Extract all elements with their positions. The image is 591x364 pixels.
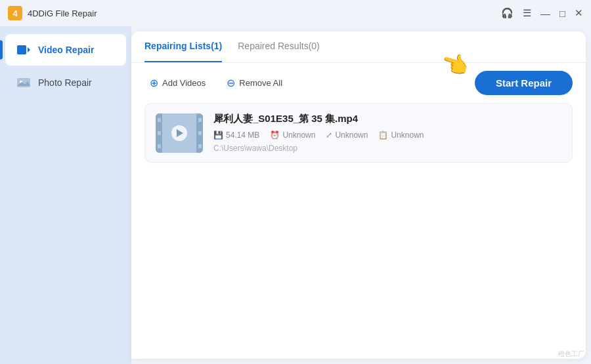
svg-marker-3 <box>28 47 30 52</box>
file-duration-meta: ⏰ Unknown <box>270 131 315 140</box>
tabs: Repairing Lists(1) Repaired Results(0) <box>131 31 586 63</box>
start-repair-button[interactable]: Start Repair <box>475 71 573 95</box>
sidebar-item-video-repair-label: Video Repair <box>38 45 94 55</box>
sidebar-item-photo-repair[interactable]: Photo Repair <box>5 67 126 98</box>
file-thumbnail <box>156 113 203 153</box>
play-triangle <box>177 129 183 137</box>
sidebar-item-photo-repair-label: Photo Repair <box>38 77 92 88</box>
svg-rect-2 <box>17 45 26 54</box>
svg-text:4: 4 <box>12 9 18 18</box>
format-icon: 📋 <box>378 131 388 140</box>
clock-icon: ⏰ <box>270 131 280 140</box>
app-body: Video Repair Photo Repair Repairing List… <box>0 26 591 364</box>
menu-icon[interactable]: ☰ <box>523 7 531 19</box>
title-bar: 4 4DDiG File Repair 🎧 ☰ — □ ✕ <box>0 0 591 26</box>
close-icon[interactable]: ✕ <box>575 7 583 19</box>
watermark: 橙色工厂 <box>558 350 584 359</box>
tab-repaired-results[interactable]: Repaired Results(0) <box>238 31 320 62</box>
size-icon: 💾 <box>213 131 223 140</box>
filmstrip-left <box>156 113 162 153</box>
file-format-meta: 📋 Unknown <box>378 131 424 140</box>
add-icon: ⊕ <box>150 77 158 89</box>
toolbar: ⊕ Add Videos ⊖ Remove All 👉 Start Repair <box>131 63 586 103</box>
maximize-icon[interactable]: □ <box>559 8 565 19</box>
video-repair-icon <box>16 42 32 58</box>
play-icon <box>171 125 187 141</box>
file-item: 犀利人妻_S01E35_第 35 集.mp4 💾 54.14 MB ⏰ Unkn… <box>144 103 573 163</box>
content-area: Repairing Lists(1) Repaired Results(0) ⊕… <box>131 31 586 359</box>
tab-repairing-lists[interactable]: Repairing Lists(1) <box>144 31 222 62</box>
file-list: 犀利人妻_S01E35_第 35 集.mp4 💾 54.14 MB ⏰ Unkn… <box>131 103 586 359</box>
app-title: 4DDiG File Repair <box>28 9 97 18</box>
file-meta: 💾 54.14 MB ⏰ Unknown ⤢ Unknown 📋 <box>213 131 561 140</box>
remove-icon: ⊖ <box>227 77 235 89</box>
photo-repair-icon <box>16 75 32 91</box>
file-name: 犀利人妻_S01E35_第 35 集.mp4 <box>213 113 561 125</box>
sidebar: Video Repair Photo Repair <box>0 26 131 364</box>
file-info: 犀利人妻_S01E35_第 35 集.mp4 💾 54.14 MB ⏰ Unkn… <box>213 113 561 153</box>
headphone-icon[interactable]: 🎧 <box>501 7 514 19</box>
start-repair-wrapper: 👉 Start Repair <box>475 71 573 95</box>
filmstrip-right <box>196 113 203 153</box>
file-size-meta: 💾 54.14 MB <box>213 131 259 140</box>
sidebar-item-video-repair[interactable]: Video Repair <box>5 34 126 66</box>
file-path: C:\Users\wawa\Desktop <box>213 144 561 153</box>
window-controls: 🎧 ☰ — □ ✕ <box>501 7 583 19</box>
remove-all-button[interactable]: ⊖ Remove All <box>221 74 288 92</box>
app-logo: 4 <box>8 6 22 20</box>
file-resolution-meta: ⤢ Unknown <box>326 131 368 140</box>
add-videos-button[interactable]: ⊕ Add Videos <box>144 74 211 92</box>
minimize-icon[interactable]: — <box>540 8 550 19</box>
resolution-icon: ⤢ <box>326 131 332 140</box>
